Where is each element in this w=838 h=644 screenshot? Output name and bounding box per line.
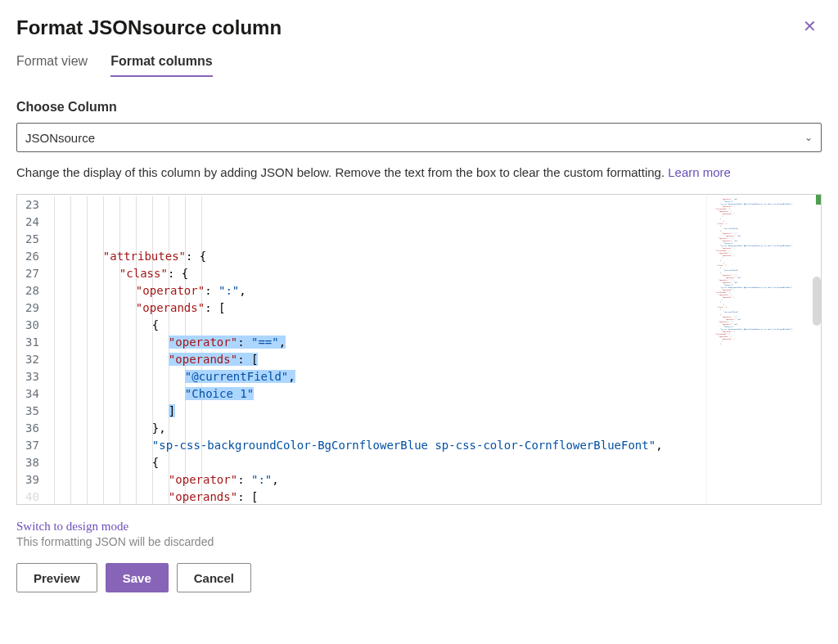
editor-code-area[interactable]: "attributes": {"class": {"operator": ":"… [54,195,706,504]
code-line[interactable]: "Choice 1" [54,385,706,403]
code-line[interactable]: "class": { [54,265,706,282]
tab-bar: Format view Format columns [16,54,822,77]
code-line[interactable]: "operator": ":", [54,282,706,299]
code-line[interactable]: ] [54,403,706,420]
scrollbar-thumb[interactable] [813,277,821,326]
code-line[interactable]: "operands": [ [54,351,706,368]
cancel-button[interactable]: Cancel [177,563,251,592]
switch-design-mode-hint: This formatting JSON will be discarded [16,535,822,548]
editor-minimap[interactable]: "operator": "==","Choice 1""sp-css-backg… [706,195,821,504]
chevron-down-icon: ⌄ [804,132,813,143]
switch-design-mode-link[interactable]: Switch to design mode [16,520,822,534]
choose-column-label: Choose Column [16,100,822,115]
page-title: Format JSONsource column [16,16,282,39]
learn-more-link[interactable]: Learn more [668,165,731,179]
column-dropdown[interactable]: JSONsource ⌄ [16,123,822,152]
close-button[interactable]: ✕ [798,16,822,36]
editor-gutter: 232425262728293031323334353637383940 [17,195,54,504]
preview-button[interactable]: Preview [16,563,97,592]
code-line[interactable]: { [54,317,706,334]
close-icon: ✕ [803,17,817,35]
dropdown-value: JSONsource [25,131,95,145]
scrollbar-track[interactable] [809,195,821,504]
description-text: Change the display of this column by add… [16,164,822,181]
save-button[interactable]: Save [106,563,169,592]
code-line[interactable]: "sp-css-backgroundColor-BgCornflowerBlue… [54,437,706,454]
code-line[interactable]: "operands": [ [54,489,706,504]
code-line[interactable]: }, [54,420,706,437]
code-line[interactable]: "operands": [ [54,299,706,317]
code-line[interactable]: "@currentField", [54,368,706,385]
code-line[interactable]: { [54,454,706,471]
code-line[interactable]: "operator": "==", [54,334,706,351]
code-line[interactable]: "operator": ":", [54,471,706,489]
tab-format-view[interactable]: Format view [16,54,88,77]
button-row: Preview Save Cancel [16,563,822,592]
code-line[interactable]: "attributes": { [54,248,706,265]
tab-format-columns[interactable]: Format columns [110,54,212,77]
json-editor[interactable]: 232425262728293031323334353637383940 "at… [16,194,822,505]
